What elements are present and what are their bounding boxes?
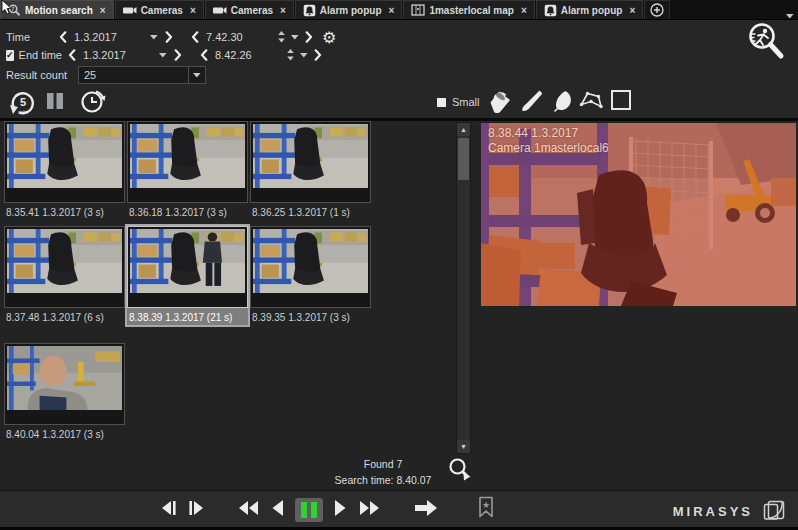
step-forward-icon — [187, 498, 207, 518]
end-time-value[interactable]: 8.42.26 — [211, 49, 283, 61]
pause-bar — [301, 502, 307, 518]
bookmark-star: ★ — [482, 500, 490, 510]
result-count-value: 25 — [79, 69, 188, 81]
step-forward-button[interactable] — [187, 498, 207, 522]
play-button[interactable] — [332, 498, 348, 522]
tab-motion-search[interactable]: Motion search × — [0, 0, 114, 19]
step-back-button[interactable] — [158, 498, 178, 522]
rewind-button[interactable] — [237, 498, 261, 522]
fast-forward-button[interactable] — [357, 498, 381, 522]
chevron-down-icon — [291, 35, 299, 40]
add-tab-button[interactable] — [644, 0, 670, 19]
brand-name: MIRASYS — [673, 504, 753, 519]
end-time-row: ✓ End time 1.3.2017 8.42.26 — [6, 46, 325, 64]
close-icon[interactable]: × — [100, 5, 106, 16]
next-time-button[interactable] — [302, 31, 316, 43]
result-count-label: Result count — [6, 69, 78, 81]
search-play-icon — [447, 457, 473, 483]
prev-end-time-button[interactable] — [197, 49, 211, 61]
size-checkbox[interactable] — [437, 98, 446, 107]
chevron-left-icon — [68, 49, 76, 61]
result-thumbnail-5-selected[interactable]: 8.38.39 1.3.2017 (21 s) — [127, 226, 248, 325]
result-count-dropdown[interactable] — [188, 67, 205, 83]
tab-alarm-popup-2[interactable]: Alarm popup × — [536, 0, 644, 19]
toolbar: 5 min Small — [0, 85, 798, 118]
close-icon[interactable]: × — [521, 5, 527, 16]
results-scrollbar[interactable]: ▲ ▼ — [456, 122, 471, 454]
thumbnail-image — [7, 124, 122, 188]
chevron-down-icon — [786, 14, 794, 19]
brush-tool-button[interactable] — [518, 89, 542, 117]
result-thumbnail-6[interactable]: 8.39.35 1.3.2017 (3 s) — [250, 226, 371, 325]
end-date-field[interactable]: 1.3.2017 — [79, 49, 171, 61]
tab-bar: Motion search × Cameras × Cameras × Alar… — [0, 0, 798, 20]
scroll-up-button[interactable]: ▲ — [457, 123, 470, 136]
search-again-button[interactable] — [447, 457, 473, 487]
close-icon[interactable]: × — [280, 5, 286, 16]
time-search-button[interactable] — [80, 88, 106, 118]
result-thumbnail-1[interactable]: 8.35.41 1.3.2017 (3 s) — [4, 121, 125, 220]
mirasys-logo-icon — [760, 499, 786, 523]
alarm-icon — [303, 4, 316, 17]
plus-icon — [650, 3, 664, 17]
result-thumbnail-2[interactable]: 8.36.18 1.3.2017 (3 s) — [127, 121, 248, 220]
close-icon[interactable]: × — [389, 5, 395, 16]
tab-alarm-popup-1[interactable]: Alarm popup × — [295, 0, 403, 19]
chevron-down-icon — [150, 35, 158, 40]
jump-next-button[interactable] — [413, 497, 439, 523]
results-row-3: 8.40.04 1.3.2017 (3 s) — [4, 343, 125, 442]
close-icon[interactable]: × — [190, 5, 196, 16]
fill-tool-button[interactable] — [486, 89, 512, 119]
polygon-tool-button[interactable] — [578, 90, 604, 116]
next-end-time-button[interactable] — [311, 49, 325, 61]
bookmark-icon: ★ — [477, 496, 495, 518]
thumbnail-image — [130, 229, 245, 293]
scrollbar-thumb[interactable] — [458, 138, 469, 180]
end-time-dropdown[interactable] — [297, 53, 311, 58]
next-end-date-button[interactable] — [171, 49, 185, 61]
end-time-spinner[interactable] — [283, 49, 297, 61]
chevron-left-icon — [200, 49, 208, 61]
pause-tool-button[interactable] — [44, 92, 66, 114]
thumbnail-frame — [4, 226, 125, 308]
start-date-field[interactable]: 1.3.2017 — [70, 31, 162, 43]
tab-label: Motion search — [25, 5, 93, 16]
prev-end-date-button[interactable] — [65, 49, 79, 61]
spinner-icon — [287, 49, 294, 61]
tab-cameras-1[interactable]: Cameras × — [115, 0, 204, 19]
thumbnail-frame — [4, 121, 125, 203]
brand-logo: MIRASYS — [673, 499, 786, 523]
tab-masterlocal-map[interactable]: 1masterlocal map × — [403, 0, 534, 19]
camera-playback-view[interactable]: 8.38.44 1.3.2017 Camera 1masterlocal6 — [481, 123, 796, 306]
rectangle-tool-button[interactable] — [610, 89, 632, 115]
play-icon — [332, 498, 348, 518]
brush-icon — [518, 89, 542, 113]
gear-icon[interactable]: ⚙ — [322, 28, 336, 47]
result-thumbnail-7[interactable]: 8.40.04 1.3.2017 (3 s) — [4, 343, 125, 442]
prev-time-button[interactable] — [188, 31, 202, 43]
motion-search-button[interactable] — [744, 21, 790, 71]
start-time-dropdown[interactable] — [288, 35, 302, 40]
scroll-down-button[interactable]: ▼ — [457, 440, 470, 453]
bookmark-button[interactable]: ★ — [477, 496, 495, 522]
thumbnail-size-control[interactable]: Small — [437, 96, 480, 108]
tab-cameras-2[interactable]: Cameras × — [205, 0, 294, 19]
end-time-checkbox[interactable]: ✓ — [6, 50, 14, 61]
start-time-spinner[interactable] — [274, 31, 288, 43]
pause-button[interactable] — [295, 498, 323, 522]
next-date-button[interactable] — [162, 31, 176, 43]
result-thumbnail-3[interactable]: 8.36.25 1.3.2017 (1 s) — [250, 121, 371, 220]
prev-date-button[interactable] — [56, 31, 70, 43]
play-backward-button[interactable] — [270, 498, 286, 522]
eraser-tool-button[interactable] — [549, 89, 573, 117]
start-date-value: 1.3.2017 — [74, 31, 117, 43]
size-label: Small — [452, 96, 480, 108]
close-icon[interactable]: × — [629, 5, 635, 16]
playback-controls — [158, 497, 439, 523]
rewind-5min-button[interactable]: 5 min — [8, 88, 36, 120]
result-thumbnail-4[interactable]: 8.37.48 1.3.2017 (6 s) — [4, 226, 125, 325]
rectangle-icon — [610, 89, 632, 111]
start-time-value[interactable]: 7.42.30 — [202, 31, 274, 43]
pause-icon — [44, 92, 66, 110]
result-count-select[interactable]: 25 — [78, 66, 206, 84]
